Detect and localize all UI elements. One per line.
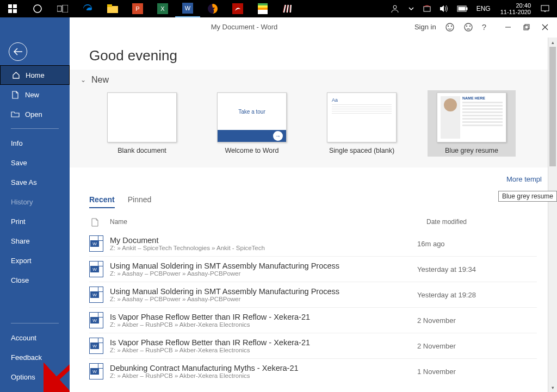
scroll-up-icon[interactable]: ▴ [548,38,557,47]
sidebar-label: Feedback [11,353,42,362]
sidebar-label: History [11,198,33,206]
face-sad-icon[interactable] [463,22,473,32]
sidebar-item-info[interactable]: Info [0,133,70,153]
column-date-header[interactable]: Date modified [426,218,546,227]
taskbar-app-word[interactable]: W [175,0,200,17]
sidebar-label: Account [11,334,36,342]
tray-chevron-icon[interactable] [406,0,417,17]
more-templates-link[interactable]: More templ [70,167,557,183]
sidebar-item-history: History [0,192,70,211]
action-center-icon[interactable] [539,0,552,17]
template-single-spaced[interactable]: Aa Single spaced (blank) [318,90,406,157]
sidebar-item-new[interactable]: New [0,85,70,104]
document-row[interactable]: W Is Vapor Phase Reflow Better than IR R… [89,307,537,333]
svg-rect-2 [8,9,12,13]
svg-point-4 [34,5,41,13]
doc-title: Debunking Contract Manufacturing Myths -… [110,364,417,372]
minimize-button[interactable] [500,20,516,35]
tray-security-icon[interactable] [421,0,433,17]
document-row[interactable]: W Using Manual Soldering in SMT Assembly… [89,282,537,307]
taskbar-app-explorer[interactable] [100,0,125,17]
content-area: Good evening ⌄ New Blank document Ta [70,37,557,392]
tab-pinned[interactable]: Pinned [128,195,152,208]
word-doc-icon: W [89,312,103,328]
doc-date: 2 November [417,342,537,350]
arrow-right-icon: → [273,131,283,141]
windows-taskbar: P X W ENG 20:40 11-11-2020 [0,0,557,17]
scroll-down-icon[interactable]: ▾ [548,383,557,392]
recent-tabs: Recent Pinned [70,183,557,208]
cortana-button[interactable] [25,0,50,17]
document-row[interactable]: W Using Manual Soldering in SMT Assembly… [89,256,537,282]
sidebar-item-share[interactable]: Share [0,231,70,251]
template-welcome-to-word[interactable]: Take a tour → Welcome to Word [208,90,296,157]
restore-button[interactable] [519,20,534,35]
taskbar-app-generic[interactable] [275,0,300,17]
svg-rect-26 [541,5,549,11]
doc-list-header: Name Date modified [70,208,557,231]
doc-path: Z: » Aashay – PCBPower » Aashay-PCBPower [110,270,417,277]
sign-in-link[interactable]: Sign in [414,23,436,31]
sidebar-item-save[interactable]: Save [0,153,70,172]
start-button[interactable] [0,0,25,17]
template-tooltip: Blue grey resume [498,191,557,202]
battery-icon[interactable] [455,0,470,17]
new-section-toggle[interactable]: ⌄ New [78,75,537,85]
help-icon[interactable]: ? [482,22,486,32]
taskbar-clock[interactable]: 20:40 11-11-2020 [497,2,534,15]
sidebar-item-export[interactable]: Export [0,251,70,270]
word-doc-icon: W [89,287,103,303]
doc-title: Using Manual Soldering in SMT Assembly M… [110,287,417,296]
taskbar-app-edge[interactable] [75,0,100,17]
people-icon[interactable] [388,0,401,17]
doc-date: 16m ago [417,240,537,248]
sidebar-item-home[interactable]: Home [0,65,70,85]
sidebar-item-saveas[interactable]: Save As [0,172,70,192]
taskbar-app-excel[interactable]: X [150,0,175,17]
document-row[interactable]: W Is Vapor Phase Reflow Better than IR R… [89,333,537,358]
back-button[interactable] [9,42,27,61]
taskbar-app-powerpoint[interactable]: P [125,0,150,17]
svg-text:P: P [135,5,139,12]
title-bar: My Document - Word Sign in ? [70,17,557,37]
sidebar-label: Info [11,139,23,147]
taskbar-app-acrobat[interactable] [225,0,250,17]
sidebar-item-close[interactable]: Close [0,270,70,290]
volume-icon[interactable] [437,0,450,17]
word-doc-icon: W [89,338,103,354]
scroll-thumb[interactable] [549,47,556,166]
sidebar-item-feedback[interactable]: Feedback [0,347,70,367]
doc-title: Is Vapor Phase Reflow Better than IR Ref… [110,313,417,321]
sidebar-item-account[interactable]: Account [0,328,70,347]
close-button[interactable] [537,20,553,35]
clock-date: 11-11-2020 [500,9,531,15]
sidebar-item-open[interactable]: Open [0,104,70,124]
sidebar-item-options[interactable]: Options [0,367,70,387]
vertical-scrollbar[interactable]: ▴ ▾ [548,38,557,392]
face-neutral-icon[interactable] [445,22,455,32]
svg-rect-24 [466,8,467,10]
sidebar-label: Save [11,159,27,167]
column-name-header[interactable]: Name [110,218,426,227]
tab-recent[interactable]: Recent [89,195,115,208]
svg-rect-22 [424,7,430,11]
svg-point-32 [466,26,467,26]
doc-title: My Document [110,236,417,245]
taskbar-app-firefox[interactable] [200,0,225,17]
task-view-button[interactable] [50,0,75,17]
svg-text:W: W [185,5,191,11]
svg-rect-36 [525,24,529,29]
template-label: Welcome to Word [225,147,279,154]
word-doc-icon: W [89,261,103,277]
template-blank-document[interactable]: Blank document [98,90,186,157]
language-indicator[interactable]: ENG [474,0,493,17]
taskbar-app-notes[interactable] [250,0,275,17]
clock-time: 20:40 [516,2,531,9]
doc-date: 1 November [417,368,537,376]
document-row[interactable]: W Debunking Contract Manufacturing Myths… [89,358,537,384]
document-row[interactable]: W My Document Z: » Ankit – SpiceTech Tec… [89,231,537,256]
sidebar-item-print[interactable]: Print [0,211,70,231]
svg-rect-18 [258,3,268,5]
svg-text:X: X [160,5,165,12]
template-blue-grey-resume[interactable]: NAME HERE Blue grey resume [428,90,516,157]
